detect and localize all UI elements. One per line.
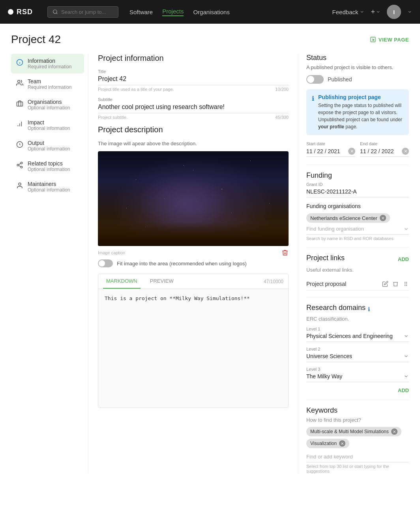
toggle-knob [99, 260, 105, 267]
research-info-icon: ℹ [368, 306, 370, 312]
end-date-clear[interactable]: ✕ [402, 148, 409, 155]
svg-line-17 [19, 163, 21, 165]
info-circle-icon: ℹ [312, 95, 314, 130]
subtitle-label: Subtitle [98, 97, 289, 102]
funding-title: Funding [306, 171, 409, 180]
find-keyword-sub: Select from top 30 list or start typing … [306, 464, 409, 473]
level3-chevron [403, 374, 409, 379]
subtitle-value[interactable]: Another cool project using research soft… [98, 103, 289, 113]
maintainers-icon [16, 182, 24, 190]
keyword2-close[interactable]: ✕ [339, 440, 345, 447]
desc-title: Project description [98, 125, 289, 134]
search-box[interactable] [47, 6, 118, 18]
svg-point-13 [21, 162, 22, 164]
add-link-button[interactable]: ADD [398, 256, 409, 262]
tab-bar: MARKDOWN PREVIEW 47/10000 [98, 274, 288, 289]
link-name: Project proposal [306, 281, 346, 287]
drag-link-icon[interactable] [403, 281, 409, 287]
image-caption-row: Image caption [98, 249, 289, 256]
plus-button[interactable]: + [371, 8, 381, 16]
avatar[interactable]: I [387, 5, 401, 19]
tab-markdown[interactable]: MARKDOWN [103, 274, 141, 289]
horizon-decoration [98, 222, 289, 246]
keyword1-close[interactable]: ✕ [391, 428, 398, 435]
main-nav: Software Projects Organisations [129, 8, 230, 16]
link-item: Project proposal [306, 278, 409, 291]
add-domain-row: ADD [306, 387, 409, 393]
sidebar-item-information[interactable]: Information Required information [11, 54, 84, 73]
date-row: Start date 11 / 22 / 2021 ✕ End date 11 … [306, 141, 409, 157]
logo[interactable]: RSD [8, 8, 39, 16]
level2-select[interactable]: Universe Sciences [306, 353, 409, 362]
edit-link-icon[interactable] [382, 281, 388, 287]
search-input[interactable] [61, 9, 112, 15]
link-actions [382, 281, 409, 287]
title-label: Title [98, 69, 289, 74]
grant-id-label: Grant ID [306, 182, 409, 187]
nav-software[interactable]: Software [129, 9, 153, 15]
sidebar-item-organisations[interactable]: Organisations Optional information [11, 95, 84, 115]
svg-line-1 [56, 13, 58, 14]
start-date-clear[interactable]: ✕ [348, 148, 355, 155]
research-sub: ERC classification. [306, 316, 409, 322]
level1-select[interactable]: Physical Sciences and Engineering [306, 333, 409, 342]
divider-4 [306, 400, 409, 400]
find-keyword-text: Find or add keyword [306, 454, 353, 460]
image-caption-label: Image caption [98, 250, 125, 255]
chevron-down-icon [360, 9, 364, 14]
page-container: Project 42 VIEW PAGE Information Require… [0, 24, 420, 483]
output-icon [16, 141, 24, 148]
markdown-content[interactable]: This is a project on **Milky Way Simulat… [98, 289, 288, 408]
add-domain-button[interactable]: ADD [398, 387, 409, 393]
research-title: Research domains [306, 304, 366, 312]
delete-link-icon[interactable] [392, 281, 399, 287]
find-org-row[interactable]: Find funding organisation [306, 226, 409, 235]
level1-field: Level 1 Physical Sciences and Engineerin… [306, 327, 409, 342]
fit-image-toggle[interactable] [98, 259, 113, 267]
search-icon [52, 9, 58, 15]
page-header: Project 42 VIEW PAGE [11, 33, 409, 46]
publishing-info-box: ℹ Publishing project page Setting the pa… [306, 89, 409, 135]
sidebar-item-output[interactable]: Output Optional information [11, 136, 84, 156]
sidebar-item-impact[interactable]: Impact Optional information [11, 115, 84, 135]
nav-organisations[interactable]: Organisations [193, 9, 230, 15]
project-image [98, 151, 289, 246]
delete-image-icon[interactable] [281, 249, 289, 256]
sidebar-item-maintainers[interactable]: Maintainers Optional information [11, 177, 84, 197]
start-date-label: Start date [306, 141, 355, 146]
org-icon [16, 100, 24, 107]
published-toggle[interactable] [306, 75, 324, 84]
project-info-title: Project information [98, 54, 289, 63]
end-date-label: End date [360, 141, 409, 146]
level3-select[interactable]: The Milky Way [306, 373, 409, 382]
svg-line-16 [19, 165, 21, 167]
find-org-text: Find funding organisation [306, 226, 364, 232]
research-header: Research domains ℹ [306, 304, 409, 314]
fit-image-label: Fit image into the area (recommended whe… [117, 261, 247, 267]
sidebar-item-team[interactable]: Team Required information [11, 74, 84, 94]
nav-projects[interactable]: Projects [162, 8, 184, 16]
profile-link[interactable]: your profile [318, 124, 344, 130]
svg-rect-8 [17, 102, 23, 106]
org-chip-close[interactable]: ✕ [380, 215, 386, 221]
grant-id-value[interactable]: NLESC-20211122-A [306, 188, 409, 197]
end-date-input[interactable]: 11 / 22 / 2022 ✕ [360, 148, 409, 157]
tab-preview[interactable]: PREVIEW [147, 274, 177, 289]
find-keyword-row[interactable]: Find or add keyword [306, 454, 409, 462]
related-icon [16, 161, 24, 169]
status-title: Status [306, 54, 409, 62]
published-label: Published [328, 76, 352, 83]
logo-dot [8, 9, 13, 15]
avatar-chevron-icon[interactable] [407, 9, 412, 14]
sidebar-item-related-topics[interactable]: Related topics Optional information [11, 156, 84, 176]
feedback-button[interactable]: Feedback [332, 9, 365, 15]
title-value[interactable]: Project 42 [98, 75, 289, 85]
topnav-right: Feedback + I [332, 5, 412, 19]
markdown-editor: MARKDOWN PREVIEW 47/10000 This is a proj… [98, 274, 289, 408]
impact-icon [16, 120, 24, 128]
start-date-input[interactable]: 11 / 22 / 2021 ✕ [306, 148, 355, 157]
grant-id-field: Grant ID NLESC-20211122-A [306, 182, 409, 197]
links-header: Project links ADD [306, 254, 409, 265]
keywords-title: Keywords [306, 406, 409, 415]
view-page-link[interactable]: VIEW PAGE [370, 36, 409, 43]
